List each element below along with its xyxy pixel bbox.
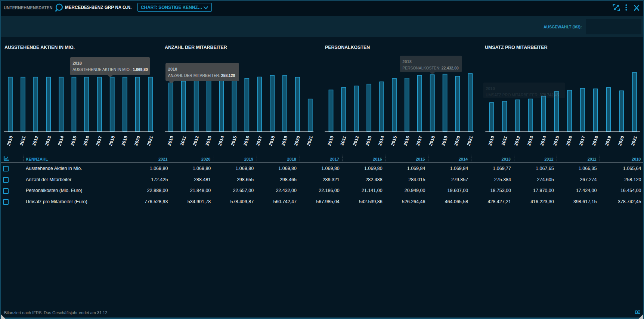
svg-text:2020: 2020 bbox=[133, 135, 142, 146]
svg-text:2013: 2013 bbox=[204, 135, 213, 146]
svg-text:2013: 2013 bbox=[44, 135, 52, 146]
svg-text:2021: 2021 bbox=[306, 135, 314, 146]
svg-text:2011: 2011 bbox=[339, 135, 347, 146]
svg-text:2015: 2015 bbox=[230, 135, 238, 146]
svg-text:AUSSTEHENDE AKTIEN IN MIO.: AUSSTEHENDE AKTIEN IN MIO. bbox=[4, 45, 75, 50]
svg-text:2020: 2020 bbox=[617, 135, 625, 146]
svg-text:2019: 2019 bbox=[440, 135, 449, 146]
svg-text:2016: 2016 bbox=[82, 135, 90, 146]
svg-text:2019: 2019 bbox=[121, 135, 129, 146]
svg-text:2013: 2013 bbox=[526, 135, 535, 146]
svg-text:2017: 2017 bbox=[578, 135, 586, 146]
svg-text:2020: 2020 bbox=[453, 135, 461, 146]
svg-text:2011: 2011 bbox=[500, 135, 508, 146]
svg-text:2012: 2012 bbox=[352, 135, 360, 146]
svg-text:2013: 2013 bbox=[365, 135, 373, 146]
svg-text:UMSATZ PRO MITARBEITER: UMSATZ PRO MITARBEITER bbox=[485, 45, 548, 50]
svg-text:2012: 2012 bbox=[513, 135, 521, 146]
svg-text:2014: 2014 bbox=[377, 135, 386, 146]
svg-text:2021: 2021 bbox=[630, 135, 638, 146]
svg-text:2017: 2017 bbox=[415, 135, 424, 146]
svg-text:PERSONALKOSTEN: PERSONALKOSTEN bbox=[325, 45, 370, 50]
svg-text:2016: 2016 bbox=[242, 135, 251, 146]
svg-text:2016: 2016 bbox=[565, 135, 573, 146]
svg-text:2010: 2010 bbox=[326, 135, 335, 146]
svg-text:ANZAHL DER MITARBEITER: ANZAHL DER MITARBEITER bbox=[165, 45, 227, 50]
svg-text:2012: 2012 bbox=[31, 135, 40, 146]
svg-text:2018: 2018 bbox=[428, 135, 436, 146]
svg-text:2015: 2015 bbox=[69, 135, 78, 146]
svg-text:2010: 2010 bbox=[168, 67, 177, 71]
svg-text:UMSATZ PRO MITARBEITER: 378.74: UMSATZ PRO MITARBEITER: 378.742,45 bbox=[486, 93, 559, 97]
svg-text:2020: 2020 bbox=[293, 135, 301, 146]
svg-text:2010: 2010 bbox=[487, 135, 495, 146]
svg-text:2019: 2019 bbox=[281, 135, 289, 146]
svg-text:2018: 2018 bbox=[591, 135, 599, 146]
svg-text:2014: 2014 bbox=[539, 135, 547, 146]
svg-text:2011: 2011 bbox=[179, 135, 187, 146]
svg-text:2018: 2018 bbox=[402, 59, 411, 64]
svg-text:2016: 2016 bbox=[403, 135, 411, 146]
svg-text:2019: 2019 bbox=[604, 135, 612, 146]
svg-text:2021: 2021 bbox=[466, 135, 474, 146]
svg-text:2010: 2010 bbox=[486, 86, 495, 91]
svg-text:2017: 2017 bbox=[255, 135, 263, 146]
svg-text:2014: 2014 bbox=[217, 135, 225, 146]
svg-text:2014: 2014 bbox=[57, 135, 65, 146]
svg-text:2018: 2018 bbox=[108, 135, 116, 146]
svg-text:2017: 2017 bbox=[95, 135, 103, 146]
svg-text:2012: 2012 bbox=[192, 135, 200, 146]
svg-text:PERSONALKOSTEN: 22.432,00: PERSONALKOSTEN: 22.432,00 bbox=[402, 66, 458, 70]
svg-text:AUSSTEHENDE AKTIEN IN MIO.: 1.: AUSSTEHENDE AKTIEN IN MIO.: 1.069,80 bbox=[72, 67, 148, 72]
svg-text:2015: 2015 bbox=[390, 135, 398, 146]
svg-text:2018: 2018 bbox=[72, 61, 81, 65]
svg-text:2011: 2011 bbox=[19, 135, 27, 146]
svg-text:2015: 2015 bbox=[552, 135, 560, 146]
svg-text:2010: 2010 bbox=[6, 135, 14, 146]
svg-text:2010: 2010 bbox=[167, 135, 175, 146]
svg-text:2018: 2018 bbox=[268, 135, 276, 146]
svg-text:ANZAHL DER MITARBEITER: 258.12: ANZAHL DER MITARBEITER: 258.120 bbox=[168, 73, 235, 77]
svg-text:2021: 2021 bbox=[146, 135, 154, 146]
